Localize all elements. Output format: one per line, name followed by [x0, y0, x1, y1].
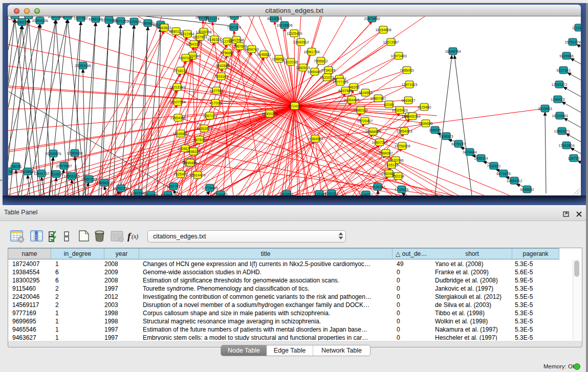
svg-text:20694106: 20694106 — [32, 19, 48, 23]
svg-text:20975887: 20975887 — [56, 164, 72, 168]
svg-text:20415546: 20415546 — [228, 38, 244, 42]
svg-text:19654985: 19654985 — [170, 116, 186, 120]
svg-text:17359938: 17359938 — [67, 151, 82, 155]
svg-text:12353594: 12353594 — [196, 127, 212, 130]
svg-text:9329966: 9329966 — [559, 54, 573, 58]
svg-text:16107554: 16107554 — [169, 100, 185, 104]
svg-text:7632621: 7632621 — [487, 164, 500, 168]
svg-text:12213383: 12213383 — [169, 85, 185, 89]
svg-text:417005: 417005 — [209, 101, 221, 105]
svg-text:12973115: 12973115 — [402, 83, 418, 86]
svg-text:587833: 587833 — [193, 138, 205, 142]
svg-text:6879197: 6879197 — [451, 142, 465, 146]
svg-text:13640910: 13640910 — [293, 40, 309, 44]
svg-text:16648784: 16648784 — [445, 50, 461, 53]
svg-text:8938923: 8938923 — [439, 135, 453, 138]
svg-text:10807487: 10807487 — [370, 97, 386, 100]
svg-text:6497568: 6497568 — [338, 89, 352, 93]
svg-text:19218506: 19218506 — [276, 24, 292, 27]
svg-text:1244415: 1244415 — [551, 98, 564, 101]
svg-text:9457791: 9457791 — [166, 185, 180, 188]
svg-text:8813055: 8813055 — [267, 17, 281, 20]
svg-text:144095: 144095 — [429, 128, 441, 132]
svg-text:8454749: 8454749 — [245, 48, 258, 51]
svg-text:2718176: 2718176 — [173, 69, 187, 73]
svg-text:8123467: 8123467 — [161, 193, 175, 195]
svg-text:9146821: 9146821 — [257, 53, 271, 56]
svg-text:18724007: 18724007 — [287, 104, 302, 108]
svg-text:62160: 62160 — [384, 103, 394, 106]
svg-text:9227343: 9227343 — [556, 69, 570, 72]
svg-text:17957255: 17957255 — [81, 178, 97, 181]
svg-text:9463627: 9463627 — [401, 99, 415, 102]
svg-text:3624554: 3624554 — [358, 91, 372, 95]
svg-text:11325419: 11325419 — [287, 32, 302, 35]
svg-text:2935114: 2935114 — [474, 157, 488, 160]
svg-text:7803144: 7803144 — [214, 75, 228, 78]
svg-text:9474444: 9474444 — [463, 150, 476, 154]
svg-text:17010504: 17010504 — [558, 144, 574, 147]
svg-text:1822035: 1822035 — [284, 60, 297, 64]
svg-text:10654112: 10654112 — [507, 179, 522, 183]
svg-text:9734028: 9734028 — [321, 69, 335, 72]
svg-text:19384554: 19384554 — [307, 137, 323, 141]
svg-text:12093372: 12093372 — [551, 83, 567, 86]
svg-text:14136141: 14136141 — [369, 185, 385, 189]
svg-text:1615132: 1615132 — [384, 163, 398, 167]
svg-text:16914479: 16914479 — [189, 173, 205, 177]
svg-text:20053346: 20053346 — [75, 64, 91, 68]
svg-text:16543382: 16543382 — [186, 42, 202, 46]
svg-text:10688609: 10688609 — [365, 130, 381, 134]
svg-text:7663822: 7663822 — [157, 26, 171, 30]
svg-text:7515526: 7515526 — [127, 20, 141, 24]
svg-text:12505135: 12505135 — [63, 174, 79, 178]
svg-text:1362615: 1362615 — [296, 66, 310, 70]
svg-text:20364436: 20364436 — [343, 98, 359, 102]
svg-text:835051: 835051 — [10, 165, 21, 168]
svg-text:9242848: 9242848 — [215, 64, 229, 68]
svg-text:8146328: 8146328 — [207, 38, 221, 41]
svg-text:1114519: 1114519 — [50, 172, 63, 176]
svg-text:1621072: 1621072 — [320, 76, 334, 79]
svg-text:18907299: 18907299 — [372, 141, 387, 144]
svg-text:3267110: 3267110 — [203, 114, 217, 118]
svg-text:9427552: 9427552 — [209, 89, 223, 93]
svg-text:18300295: 18300295 — [262, 112, 277, 116]
svg-text:2099489: 2099489 — [183, 161, 197, 165]
svg-text:7955812: 7955812 — [314, 59, 328, 63]
svg-text:8756685: 8756685 — [220, 51, 234, 55]
svg-text:7357224: 7357224 — [227, 26, 241, 29]
svg-text:7625402: 7625402 — [173, 172, 187, 176]
svg-text:16961758: 16961758 — [303, 50, 319, 54]
svg-text:1733426: 1733426 — [395, 188, 408, 191]
svg-text:10973493: 10973493 — [390, 54, 406, 58]
svg-text:9712335: 9712335 — [144, 193, 158, 195]
svg-text:18495794: 18495794 — [404, 115, 420, 118]
svg-text:8471676: 8471676 — [496, 172, 510, 176]
svg-text:13716485: 13716485 — [202, 186, 217, 190]
svg-text:(x): (x) — [132, 233, 138, 240]
svg-text:13692971: 13692971 — [554, 129, 570, 133]
svg-text:9699695: 9699695 — [419, 122, 432, 125]
svg-text:3215953: 3215953 — [538, 107, 552, 111]
svg-text:5716485: 5716485 — [213, 193, 227, 195]
svg-text:10025433: 10025433 — [391, 108, 407, 112]
svg-text:20206576: 20206576 — [45, 152, 61, 156]
svg-text:8813054: 8813054 — [227, 16, 241, 18]
svg-text:14055714: 14055714 — [14, 20, 30, 24]
svg-text:9827503: 9827503 — [193, 35, 207, 39]
svg-text:1527602: 1527602 — [74, 16, 88, 20]
svg-text:19654923: 19654923 — [396, 129, 412, 133]
svg-text:16154808: 16154808 — [375, 28, 391, 32]
svg-text:9115460: 9115460 — [418, 105, 431, 109]
svg-text:20876842: 20876842 — [364, 17, 380, 20]
svg-text:7986322: 7986322 — [354, 108, 367, 112]
svg-text:16671355: 16671355 — [113, 19, 128, 23]
svg-text:16782759: 16782759 — [113, 187, 128, 190]
svg-text:19777169: 19777169 — [332, 80, 348, 84]
svg-text:8912954: 8912954 — [180, 32, 194, 36]
svg-text:9245652: 9245652 — [520, 188, 534, 191]
svg-text:f: f — [127, 231, 132, 242]
svg-text:9034512: 9034512 — [359, 193, 373, 195]
svg-text:8423411: 8423411 — [280, 192, 294, 195]
